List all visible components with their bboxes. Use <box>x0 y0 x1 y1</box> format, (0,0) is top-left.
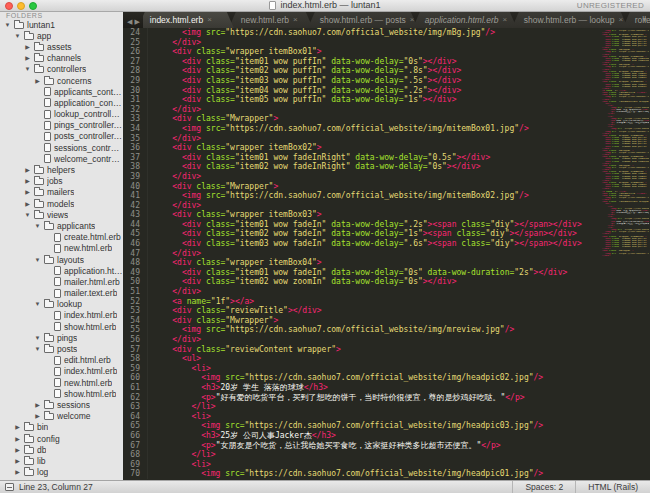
code-line[interactable]: 61 <h3>20岁 学生 落落的球球</h3> <box>123 383 594 393</box>
tree-folder-layouts[interactable]: ▼layouts <box>0 254 123 265</box>
code-line[interactable]: 34 <img src="https://cdn.saohuo7.com/off… <box>123 124 594 134</box>
tree-folder-welcome[interactable]: ▶welcome <box>0 411 123 422</box>
tree-folder-posts[interactable]: ▼posts <box>0 343 123 354</box>
tree-folder-mailers[interactable]: ▶mailers <box>0 187 123 198</box>
tab-close-icon[interactable]: × <box>410 16 415 24</box>
tree-file-show.html.erb[interactable]: show.html.erb <box>0 388 123 399</box>
code-line[interactable]: 30 <div class="item04 wow puffIn" data-w… <box>123 86 594 96</box>
tree-folder-views[interactable]: ▼views <box>0 209 123 220</box>
tree-folder-channels[interactable]: ▶channels <box>0 53 123 64</box>
code-line[interactable]: 35 </div> <box>123 134 594 144</box>
code-line[interactable]: 25 </div> <box>123 38 594 48</box>
disclosure-arrow-icon[interactable]: ▼ <box>34 257 41 263</box>
disclosure-arrow-icon[interactable]: ▼ <box>4 22 11 28</box>
tab-scroll-left-icon[interactable]: ◀ <box>127 18 132 25</box>
disclosure-arrow-icon[interactable]: ▶ <box>24 189 31 195</box>
code-line[interactable]: 49 <div class="item01 wow fadeIn" data-w… <box>123 268 594 278</box>
code-line[interactable]: 62 <p>"好有爱的吃货平台，买到了想吃的饼干，当时特价很便宜，尊的是炒鸡好吃… <box>123 393 594 403</box>
tree-file-application_controller.rb[interactable]: application_controller.rb <box>0 97 123 108</box>
tab-overflow-icon[interactable]: ▼ <box>641 16 648 23</box>
code-line[interactable]: 47 </div> <box>123 249 594 259</box>
tree-file-index.html.erb[interactable]: index.html.erb <box>0 366 123 377</box>
disclosure-arrow-icon[interactable]: ▶ <box>34 413 41 419</box>
code-line[interactable]: 38 <div class="item02 wow fadeInRight" d… <box>123 162 594 172</box>
tree-folder-lib[interactable]: ▶lib <box>0 455 123 466</box>
disclosure-arrow-icon[interactable]: ▼ <box>34 301 41 307</box>
tree-file-lookup_controller.rb[interactable]: lookup_controller.rb <box>0 109 123 120</box>
tab-close-icon[interactable]: × <box>293 16 298 24</box>
code-line[interactable]: 43 <div class="wrapper itemBox03"> <box>123 210 594 220</box>
code-line[interactable]: 52 <a name="1f"></a> <box>123 297 594 307</box>
tree-folder-config[interactable]: ▶config <box>0 433 123 444</box>
tab-index.html.erb[interactable]: index.html.erb× <box>143 12 234 28</box>
code-line[interactable]: 24 <img src="https://cdn.saohuo7.com/off… <box>123 28 594 38</box>
tree-folder-db[interactable]: ▶db <box>0 444 123 455</box>
code-line[interactable]: 69 <li> <box>123 460 594 470</box>
tab-application.html.erb[interactable]: application.html.erb× <box>413 12 517 28</box>
tree-folder-lookup[interactable]: ▼lookup <box>0 299 123 310</box>
tab-close-icon[interactable]: × <box>503 16 508 24</box>
code-line[interactable]: 50 <div class="item02 wow zoomIn" data-w… <box>123 277 594 287</box>
code-line[interactable]: 54 <div class="Mwrapper"> <box>123 316 594 326</box>
tree-folder-controllers[interactable]: ▼controllers <box>0 64 123 75</box>
editor[interactable]: 24 <img src="https://cdn.saohuo7.com/off… <box>123 28 650 480</box>
code-line[interactable]: 42 </div> <box>123 201 594 211</box>
code-line[interactable]: 51 </div> <box>123 287 594 297</box>
tree-file-posts_controller.rb[interactable]: posts_controller.rb <box>0 131 123 142</box>
tree-file-sessions_controller.rb[interactable]: sessions_controller.rb <box>0 142 123 153</box>
tree-folder-models[interactable]: ▶models <box>0 198 123 209</box>
tree-file-mailer.text.erb[interactable]: mailer.text.erb <box>0 288 123 299</box>
zoom-window-button[interactable] <box>29 2 37 10</box>
tree-file-pings_controller.rb[interactable]: pings_controller.rb <box>0 120 123 131</box>
code-line[interactable]: 58 <ul> <box>123 354 594 364</box>
code-line[interactable]: 36 <div class="wrapper itemBox02"> <box>123 143 594 153</box>
disclosure-arrow-icon[interactable]: ▶ <box>24 44 31 50</box>
disclosure-arrow-icon[interactable]: ▶ <box>24 178 31 184</box>
disclosure-arrow-icon[interactable]: ▶ <box>34 78 41 84</box>
tree-folder-bin[interactable]: ▶bin <box>0 422 123 433</box>
disclosure-arrow-icon[interactable]: ▶ <box>14 469 21 475</box>
tree-folder-assets[interactable]: ▶assets <box>0 41 123 52</box>
panel-toggle-icon[interactable] <box>5 483 14 491</box>
code-line[interactable]: 28 <div class="item02 wow puffIn" data-w… <box>123 66 594 76</box>
close-window-button[interactable] <box>5 2 13 10</box>
code-line[interactable]: 31 <div class="item05 wow puffIn" data-w… <box>123 95 594 105</box>
disclosure-arrow-icon[interactable]: ▶ <box>24 201 31 207</box>
tree-file-applicants_controller.rb[interactable]: applicants_controller.rb <box>0 86 123 97</box>
code-line[interactable]: 29 <div class="item03 wow puffIn" data-w… <box>123 76 594 86</box>
code-line[interactable]: 37 <div class="item01 wow fadeInRight" d… <box>123 153 594 163</box>
code-line[interactable]: 39 </div> <box>123 172 594 182</box>
tree-file-edit.html.erb[interactable]: edit.html.erb <box>0 355 123 366</box>
indentation-selector[interactable]: Spaces: 2 <box>512 481 575 493</box>
tree-file-application.html.erb[interactable]: application.html.erb <box>0 265 123 276</box>
tree-file-mailer.html.erb[interactable]: mailer.html.erb <box>0 276 123 287</box>
disclosure-arrow-icon[interactable]: ▶ <box>14 458 21 464</box>
tab-show.html.erb-lookup[interactable]: show.html.erb — lookup× <box>512 12 628 28</box>
tree-folder-app[interactable]: ▼app <box>0 30 123 41</box>
disclosure-arrow-icon[interactable]: ▼ <box>34 346 41 352</box>
code-line[interactable]: 45 <div class="item02 wow fadeIn" data-w… <box>123 229 594 239</box>
tree-folder-log[interactable]: ▶log <box>0 467 123 478</box>
tab-close-icon[interactable]: × <box>619 16 624 24</box>
code-line[interactable]: 55 <img src="https://cdn.saohuo7.com/off… <box>123 325 594 335</box>
minimize-window-button[interactable] <box>17 2 25 10</box>
disclosure-arrow-icon[interactable]: ▶ <box>24 167 31 173</box>
code-line[interactable]: 33 <div class="Mwrapper"> <box>123 114 594 124</box>
tree-folder-concerns[interactable]: ▶concerns <box>0 75 123 86</box>
tab-close-icon[interactable]: × <box>207 16 212 24</box>
disclosure-arrow-icon[interactable]: ▶ <box>34 402 41 408</box>
code-line[interactable]: 67 <p>"女朋友是个吃货，总让我给她买零食吃，这家挺好种类多比超市还便宜。"… <box>123 441 594 451</box>
tree-file-welcome_controller.rb[interactable]: welcome_controller.rb <box>0 153 123 164</box>
code-line[interactable]: 53 <div class="reviewTitle"></div> <box>123 306 594 316</box>
code-line[interactable]: 59 <li> <box>123 364 594 374</box>
tree-file-new.html.erb[interactable]: new.html.erb <box>0 377 123 388</box>
code-line[interactable]: 41 <img src="https://cdn.saohuo7.com/off… <box>123 191 594 201</box>
tree-file-index.html.erb[interactable]: index.html.erb <box>0 310 123 321</box>
disclosure-arrow-icon[interactable]: ▼ <box>24 212 31 218</box>
tree-folder-helpers[interactable]: ▶helpers <box>0 164 123 175</box>
code-line[interactable]: 65 <img src="https://cdn.saohuo7.com/off… <box>123 421 594 431</box>
tree-folder-luntan1[interactable]: ▼luntan1 <box>0 19 123 30</box>
code-line[interactable]: 70 <img src="https://cdn.saohuo7.com/off… <box>123 469 594 479</box>
code-line[interactable]: 46 <div class="item03 wow fadeIn" data-w… <box>123 239 594 249</box>
code-line[interactable]: 60 <img src="https://cdn.saohuo7.com/off… <box>123 373 594 383</box>
